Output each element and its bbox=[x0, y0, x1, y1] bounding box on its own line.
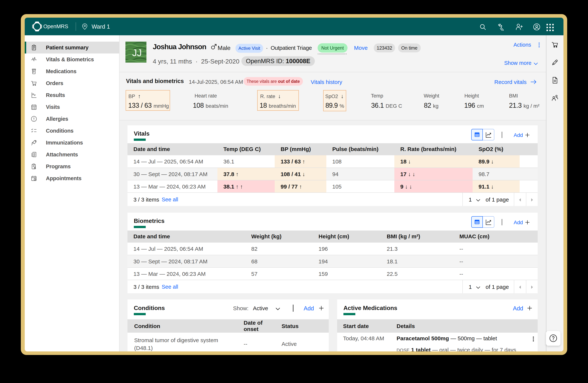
svg-text:JJ: JJ bbox=[132, 47, 142, 58]
